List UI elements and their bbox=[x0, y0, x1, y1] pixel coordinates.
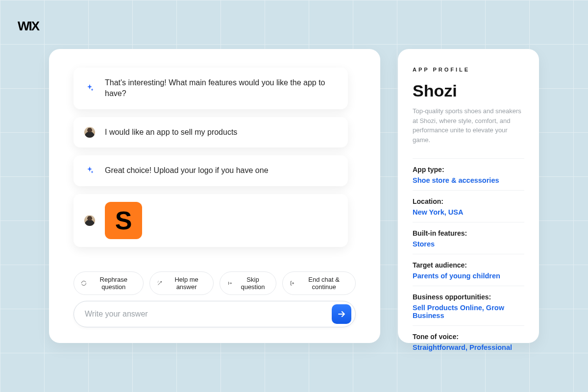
help-me-answer-button[interactable]: Help me answer bbox=[149, 271, 213, 295]
skip-icon bbox=[227, 280, 233, 287]
user-message-logo: S bbox=[74, 194, 348, 247]
wix-logo: WIX bbox=[18, 19, 39, 34]
chip-label: Help me answer bbox=[167, 276, 206, 291]
profile-field-value[interactable]: Shoe store & accessories bbox=[413, 176, 524, 184]
profile-field-key: Location: bbox=[413, 197, 524, 205]
exit-icon bbox=[290, 280, 295, 287]
user-avatar-icon bbox=[84, 127, 95, 138]
message-text: Great choice! Upload your logo if you ha… bbox=[105, 165, 269, 176]
app-profile-panel: APP PROFILE Shozi Top-quality sports sho… bbox=[398, 49, 539, 343]
end-chat-button[interactable]: End chat & continue bbox=[282, 271, 356, 295]
profile-title: Shozi bbox=[413, 81, 524, 100]
message-text: I would like an app to sell my products bbox=[105, 127, 237, 138]
uploaded-logo: S bbox=[105, 202, 142, 239]
composer bbox=[74, 301, 356, 327]
profile-section-label: APP PROFILE bbox=[413, 67, 524, 73]
rephrase-button[interactable]: Rephrase question bbox=[74, 271, 144, 295]
profile-field: Target audience: Parents of young childr… bbox=[413, 254, 524, 286]
profile-field-key: Tone of voice: bbox=[413, 333, 524, 341]
chat-thread: That's interesting! What main features w… bbox=[74, 68, 356, 261]
profile-field: Business opportunities: Sell Products On… bbox=[413, 286, 524, 325]
wand-icon bbox=[157, 280, 163, 287]
uploaded-logo-letter: S bbox=[115, 208, 132, 233]
profile-field: Location: New York, USA bbox=[413, 190, 524, 222]
send-button[interactable] bbox=[332, 304, 351, 324]
profile-field: Built-in features: Stores bbox=[413, 222, 524, 254]
chip-label: Rephrase question bbox=[91, 276, 136, 291]
profile-field: Tone of voice: Straightforward, Professi… bbox=[413, 325, 524, 357]
profile-description: Top-quality sports shoes and sneakers at… bbox=[413, 106, 524, 145]
user-message: I would like an app to sell my products bbox=[74, 117, 348, 147]
user-avatar-icon bbox=[84, 215, 95, 226]
profile-field-key: Target audience: bbox=[413, 261, 524, 269]
chat-panel: That's interesting! What main features w… bbox=[49, 49, 380, 343]
sparkle-icon bbox=[84, 165, 95, 176]
refresh-icon bbox=[81, 280, 87, 287]
profile-field-value[interactable]: Straightforward, Professional bbox=[413, 343, 524, 351]
profile-field-key: App type: bbox=[413, 166, 524, 173]
profile-field-value[interactable]: New York, USA bbox=[413, 208, 524, 216]
sparkle-icon bbox=[84, 83, 95, 94]
skip-question-button[interactable]: Skip question bbox=[220, 271, 277, 295]
ai-message: That's interesting! What main features w… bbox=[74, 68, 348, 109]
profile-field-value[interactable]: Parents of young children bbox=[413, 272, 524, 280]
quick-actions: Rephrase question Help me answer Skip qu… bbox=[74, 271, 356, 295]
profile-field-key: Business opportunities: bbox=[413, 293, 524, 301]
chip-label: End chat & continue bbox=[299, 276, 348, 291]
chip-label: Skip question bbox=[237, 276, 270, 291]
ai-message: Great choice! Upload your logo if you ha… bbox=[74, 155, 348, 186]
profile-field-value[interactable]: Sell Products Online, Grow Business bbox=[413, 304, 524, 319]
answer-input[interactable] bbox=[85, 310, 326, 318]
profile-field-value[interactable]: Stores bbox=[413, 240, 524, 248]
profile-field-key: Built-in features: bbox=[413, 229, 524, 237]
message-text: That's interesting! What main features w… bbox=[105, 77, 337, 99]
arrow-right-icon bbox=[337, 309, 346, 319]
profile-field: App type: Shoe store & accessories bbox=[413, 158, 524, 190]
